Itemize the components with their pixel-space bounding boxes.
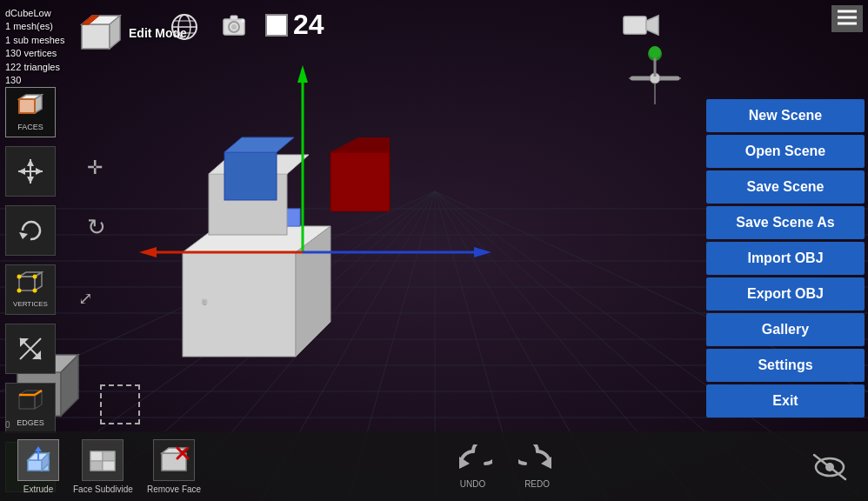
faces-label: FACES	[17, 123, 43, 131]
svg-point-88	[33, 275, 37, 279]
edges-label: EDGES	[17, 418, 44, 427]
camera-icon[interactable]	[222, 12, 253, 42]
svg-marker-83	[19, 232, 28, 239]
mesh-count: 1 mesh(es)	[5, 20, 64, 33]
video-camera-icon[interactable]	[623, 12, 659, 42]
svg-rect-95	[19, 395, 35, 409]
svg-marker-37	[297, 65, 308, 83]
save-scene-button[interactable]: Save Scene	[706, 170, 865, 204]
svg-marker-81	[18, 168, 25, 175]
svg-rect-45	[82, 24, 110, 49]
open-scene-button[interactable]: Open Scene	[706, 135, 865, 168]
remove-face-icon-box	[153, 439, 195, 481]
svg-rect-115	[162, 453, 186, 471]
svg-point-57	[231, 24, 237, 30]
sub-mesh-count: 1 sub meshes	[5, 34, 64, 47]
save-scene-as-button[interactable]: Save Scene As	[706, 206, 865, 239]
svg-rect-76	[19, 99, 35, 113]
svg-marker-80	[27, 177, 34, 184]
svg-marker-120	[541, 457, 551, 469]
svg-marker-82	[36, 168, 43, 175]
exit-button[interactable]: Exit	[706, 384, 865, 418]
svg-point-87	[17, 275, 22, 279]
frame-number: 24	[293, 9, 324, 41]
extrude-icon-box	[17, 439, 59, 481]
orientation-gizmo	[620, 43, 690, 113]
face-subdivide-icon-box	[82, 439, 124, 481]
export-obj-button[interactable]: Export OBJ	[706, 277, 865, 311]
svg-marker-113	[90, 461, 103, 471]
svg-marker-79	[27, 159, 34, 166]
svg-text:✛: ✛	[87, 157, 103, 178]
bottom-right-tools	[809, 450, 851, 483]
move-tool-button[interactable]	[5, 146, 56, 197]
svg-point-72	[649, 46, 661, 58]
vertices-tool-button[interactable]: VERTICES	[5, 264, 56, 315]
frame-count: 24	[265, 9, 324, 41]
vertices-label: VERTICES	[13, 300, 48, 308]
svg-marker-119	[459, 457, 470, 469]
status-value: 0	[5, 420, 10, 430]
cube-icon[interactable]	[77, 10, 122, 56]
svg-point-59	[241, 19, 244, 23]
mesh-name: dCubeLow	[5, 7, 64, 20]
redo-label: REDO	[524, 479, 550, 489]
svg-rect-24	[331, 152, 390, 211]
svg-rect-58	[230, 16, 237, 20]
remove-face-label: Remove Face	[147, 484, 201, 494]
faces-tool-button[interactable]: FACES	[5, 87, 56, 137]
redo-button[interactable]: REDO	[518, 444, 557, 489]
scale-tool-button[interactable]	[5, 324, 56, 374]
hamburger-menu-button[interactable]	[831, 5, 863, 32]
face-subdivide-button[interactable]: Face Subdivide	[73, 439, 133, 494]
face-subdivide-label: Face Subdivide	[73, 484, 133, 494]
undo-redo-tools: UNDO REDO	[454, 444, 557, 489]
status-bar: 0	[0, 418, 16, 431]
info-panel: dCubeLow 1 mesh(es) 1 sub meshes 130 ver…	[5, 7, 64, 87]
svg-rect-84	[19, 277, 35, 291]
svg-point-89	[17, 289, 22, 293]
svg-marker-112	[103, 451, 115, 461]
svg-marker-114	[103, 461, 115, 471]
import-obj-button[interactable]: Import OBJ	[706, 242, 865, 275]
bottom-toolbar: Extrude Face Subdivide	[0, 431, 868, 501]
hide-button[interactable]	[809, 450, 851, 483]
frame-icon	[265, 14, 288, 37]
triangle-count: 122 triangles	[5, 61, 64, 74]
rotate-tool-button[interactable]	[5, 205, 56, 256]
svg-marker-107	[35, 446, 42, 451]
extrude-label: Extrude	[23, 484, 53, 494]
undo-label: UNDO	[460, 479, 485, 489]
remove-face-button[interactable]: Remove Face	[147, 439, 201, 494]
extrude-button[interactable]: Extrude	[17, 439, 59, 494]
bottom-left-tools: Extrude Face Subdivide	[17, 439, 201, 494]
svg-text:⤢: ⤢	[78, 289, 93, 308]
svg-text:↻: ↻	[87, 214, 106, 240]
svg-marker-39	[139, 247, 157, 257]
svg-point-90	[33, 289, 37, 293]
undo-button[interactable]: UNDO	[454, 444, 492, 489]
globe-icon-area[interactable]	[170, 12, 199, 45]
svg-rect-60	[624, 17, 646, 34]
new-scene-button[interactable]: New Scene	[706, 99, 865, 132]
vertex-count: 130 vertices	[5, 47, 64, 60]
misc-count: 130	[5, 74, 64, 87]
svg-line-99	[35, 391, 42, 395]
selection-box	[100, 384, 140, 424]
svg-marker-25	[331, 137, 390, 152]
svg-marker-34	[224, 137, 294, 152]
svg-marker-61	[646, 16, 658, 35]
gallery-button[interactable]: Gallery	[706, 313, 865, 346]
settings-button[interactable]: Settings	[706, 349, 865, 382]
right-menu-panel: New Scene Open Scene Save Scene Save Sce…	[703, 96, 868, 421]
svg-rect-33	[224, 152, 277, 200]
svg-marker-111	[90, 451, 103, 461]
